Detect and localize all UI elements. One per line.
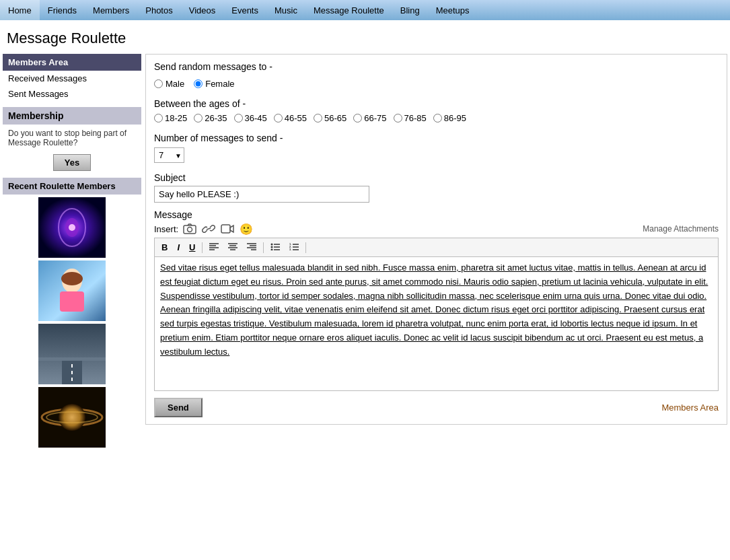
bold-button[interactable]: B <box>157 240 172 254</box>
bottom-bar: Send Members Area <box>154 398 719 417</box>
thumbnail-2[interactable] <box>38 260 106 321</box>
age-26-35[interactable]: 26-35 <box>194 113 227 123</box>
message-body-text: Sed vitae risus eget tellus malesuada bl… <box>160 262 708 357</box>
members-area-header: Members Area <box>3 54 141 71</box>
male-label: Male <box>166 79 184 89</box>
align-left-button[interactable] <box>205 240 223 254</box>
age-56-65[interactable]: 56-65 <box>314 113 346 123</box>
emoji-icon[interactable]: 🙂 <box>239 223 254 235</box>
age-56-65-radio[interactable] <box>314 114 322 123</box>
thumbnail-1-image <box>38 197 106 258</box>
svg-point-32 <box>271 244 273 246</box>
age-66-75[interactable]: 66-75 <box>353 113 386 123</box>
age-36-45[interactable]: 36-45 <box>234 113 267 123</box>
age-46-55-radio[interactable] <box>274 114 283 123</box>
age-46-55[interactable]: 46-55 <box>274 113 307 123</box>
svg-point-17 <box>188 228 192 232</box>
age-26-35-label: 26-35 <box>205 113 227 123</box>
male-option[interactable]: Male <box>154 79 184 89</box>
nav-nav-friends[interactable]: Friends <box>40 0 85 20</box>
yes-button[interactable]: Yes <box>53 154 91 171</box>
age-26-35-radio[interactable] <box>194 114 203 123</box>
subject-input[interactable] <box>154 186 369 203</box>
align-right-button[interactable] <box>243 240 260 254</box>
ordered-list-button[interactable]: 1.2.3. <box>285 240 303 254</box>
svg-line-18 <box>207 228 211 230</box>
subject-label: Subject <box>154 172 719 183</box>
toolbar-separator-3 <box>305 242 306 253</box>
age-options: 18-25 26-35 36-45 46-55 56-65 <box>154 113 719 123</box>
underline-button[interactable]: U <box>185 240 199 254</box>
ages-label: Between the ages of - <box>154 98 719 109</box>
svg-point-3 <box>69 224 75 231</box>
align-center-button[interactable] <box>224 240 242 254</box>
female-label: Female <box>205 79 234 89</box>
nav-nav-videos[interactable]: Videos <box>181 0 224 20</box>
nav-nav-bling[interactable]: Bling <box>392 0 428 20</box>
membership-text: Do you want to stop being part of Messag… <box>3 125 141 151</box>
send-random-label: Send random messages to - <box>154 61 719 72</box>
svg-point-36 <box>271 249 273 251</box>
message-section: Message Insert: <box>154 209 719 391</box>
nav-nav-message-roulette[interactable]: Message Roulette <box>305 0 392 20</box>
message-label: Message <box>154 209 719 220</box>
message-editor[interactable]: Sed vitae risus eget tellus malesuada bl… <box>154 256 719 391</box>
content-area: Send random messages to - Male Female Be… <box>145 54 727 425</box>
link-icon[interactable] <box>201 223 216 235</box>
age-76-85[interactable]: 76-85 <box>394 113 427 123</box>
navbar: HomeFriendsMembersPhotosVideosEventsMusi… <box>0 0 730 20</box>
toolbar-separator-2 <box>263 242 264 253</box>
insert-label: Insert: <box>154 224 178 234</box>
italic-button[interactable]: I <box>173 240 184 254</box>
age-46-55-label: 46-55 <box>285 113 307 123</box>
sidebar: Members Area Received Messages Sent Mess… <box>3 54 141 450</box>
female-option[interactable]: Female <box>194 79 234 89</box>
nav-nav-meetups[interactable]: Meetups <box>428 0 478 20</box>
male-radio[interactable] <box>154 79 163 88</box>
thumbnail-1[interactable] <box>38 197 106 258</box>
sent-messages-link[interactable]: Sent Messages <box>3 86 141 102</box>
manage-attachments[interactable]: Manage Attachments <box>643 224 719 234</box>
nav-nav-home[interactable]: Home <box>0 0 40 20</box>
age-86-95-label: 86-95 <box>444 113 466 123</box>
thumbnail-3-image <box>38 324 106 384</box>
nav-nav-events[interactable]: Events <box>223 0 266 20</box>
age-66-75-label: 66-75 <box>364 113 386 123</box>
age-76-85-radio[interactable] <box>394 114 402 123</box>
svg-rect-11 <box>38 357 106 361</box>
camera-icon[interactable] <box>182 223 197 235</box>
membership-header: Membership <box>3 107 141 125</box>
age-18-25[interactable]: 18-25 <box>154 113 187 123</box>
nav-nav-members[interactable]: Members <box>85 0 137 20</box>
send-button[interactable]: Send <box>154 398 203 417</box>
age-86-95-radio[interactable] <box>433 114 442 123</box>
toolbar-separator-1 <box>202 242 203 253</box>
thumbnail-4[interactable] <box>38 387 106 448</box>
main-layout: Members Area Received Messages Sent Mess… <box>0 54 730 450</box>
recent-members-header: Recent Roulette Members <box>3 178 141 195</box>
thumbnail-3[interactable] <box>38 324 106 384</box>
svg-point-14 <box>59 404 85 431</box>
unordered-list-button[interactable] <box>266 240 284 254</box>
page-title: Message Roulette <box>0 20 730 54</box>
insert-bar: Insert: <box>154 223 719 235</box>
num-messages-section: Number of messages to send - 1234 5678 9… <box>154 133 719 163</box>
age-76-85-label: 76-85 <box>404 113 427 123</box>
svg-rect-6 <box>60 291 84 312</box>
received-messages-link[interactable]: Received Messages <box>3 71 141 86</box>
age-86-95[interactable]: 86-95 <box>433 113 466 123</box>
video-icon[interactable] <box>220 223 235 235</box>
nav-nav-music[interactable]: Music <box>266 0 305 20</box>
thumbnail-4-image <box>38 387 106 448</box>
age-18-25-radio[interactable] <box>154 114 163 123</box>
age-18-25-label: 18-25 <box>165 113 187 123</box>
female-radio[interactable] <box>194 79 203 88</box>
svg-point-7 <box>61 272 83 285</box>
members-area-footer-link[interactable]: Members Area <box>661 403 719 413</box>
age-66-75-radio[interactable] <box>353 114 362 123</box>
age-36-45-label: 36-45 <box>245 113 267 123</box>
nav-nav-photos[interactable]: Photos <box>137 0 180 20</box>
message-toolbar: B I U 1.2.3. <box>154 238 719 256</box>
num-messages-select[interactable]: 1234 5678 910 <box>154 147 184 163</box>
age-36-45-radio[interactable] <box>234 114 243 123</box>
